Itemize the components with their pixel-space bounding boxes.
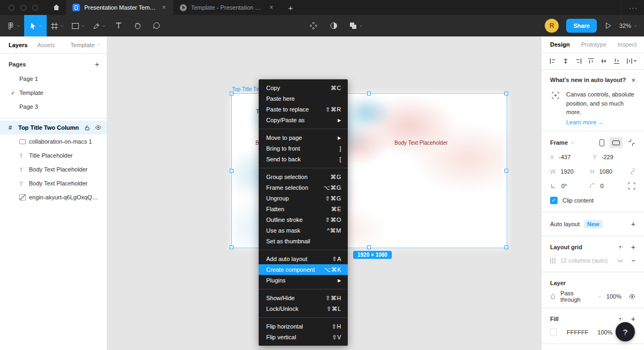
- context-menu-item[interactable]: [259, 250, 348, 250]
- new-tab-button[interactable]: +: [281, 0, 301, 15]
- page-item[interactable]: ✓ Template: [0, 86, 107, 100]
- context-menu-item[interactable]: Send to back [: [259, 154, 348, 165]
- context-menu-item[interactable]: Copy/Paste as ▶: [259, 115, 348, 125]
- landscape-orientation-button[interactable]: [610, 137, 623, 148]
- context-menu-item[interactable]: [259, 289, 348, 289]
- fill-opacity-field[interactable]: 100%: [597, 329, 612, 336]
- align-top-button[interactable]: [587, 57, 595, 65]
- constrain-proportions-icon[interactable]: [630, 168, 635, 175]
- selection-handle[interactable]: [230, 245, 233, 249]
- context-menu-item[interactable]: [259, 168, 348, 168]
- remove-layout-grid-button[interactable]: −: [631, 257, 635, 265]
- page-item[interactable]: ✓ Page 3: [0, 100, 107, 114]
- layer-opacity-field[interactable]: 100%: [606, 293, 621, 300]
- share-button[interactable]: Share: [566, 19, 597, 33]
- layer-item[interactable]: Body Text Placeholder: [0, 176, 107, 190]
- tab-template-presentation[interactable]: Template - Presentation Master Te... ×: [173, 0, 281, 15]
- context-menu-item[interactable]: Copy ⌘C: [259, 83, 348, 93]
- use-as-mask-button[interactable]: [324, 15, 344, 36]
- edit-object-button[interactable]: [303, 15, 324, 36]
- context-menu-item[interactable]: [259, 317, 348, 318]
- independent-corners-icon[interactable]: [628, 182, 635, 190]
- layer-item[interactable]: Top Title Two Column: [0, 121, 107, 135]
- hand-tool-button[interactable]: [128, 15, 147, 36]
- tab-prototype[interactable]: Prototype: [581, 41, 606, 48]
- selection-handle[interactable]: [504, 92, 508, 95]
- selection-handle[interactable]: [367, 92, 371, 95]
- x-position-field[interactable]: X -437: [550, 154, 593, 160]
- selection-handle[interactable]: [504, 169, 508, 173]
- grid-styles-icon[interactable]: [619, 245, 623, 249]
- window-close-button[interactable]: [9, 5, 14, 11]
- tab-assets[interactable]: Assets: [37, 42, 55, 48]
- context-menu-item[interactable]: Use as mask ^⌘M: [259, 225, 348, 236]
- fill-styles-icon[interactable]: [619, 317, 623, 321]
- context-menu-item[interactable]: Plugins ▶: [259, 275, 348, 286]
- shape-tool-button[interactable]: [68, 15, 89, 36]
- tab-presentation-master-template[interactable]: Presentation Master Template ×: [66, 0, 173, 15]
- close-tab-icon[interactable]: ×: [268, 4, 274, 11]
- help-button[interactable]: ?: [616, 322, 635, 341]
- fill-hex-field[interactable]: FFFFFF: [567, 329, 592, 336]
- selection-handle[interactable]: [230, 92, 233, 95]
- layer-item[interactable]: Body Text Placeholder: [0, 162, 107, 176]
- home-button[interactable]: [47, 0, 66, 15]
- context-menu-item[interactable]: Paste here: [259, 93, 348, 104]
- tab-layers[interactable]: Layers: [9, 42, 27, 48]
- layer-item[interactable]: engin-akyurt-q6LgOxqQC8c-...: [0, 190, 107, 204]
- context-menu-item[interactable]: Move to page ▶: [259, 132, 348, 143]
- window-zoom-button[interactable]: [32, 5, 38, 11]
- portrait-orientation-button[interactable]: [599, 139, 604, 146]
- comment-tool-button[interactable]: [147, 15, 166, 36]
- close-tab-icon[interactable]: ×: [161, 4, 167, 11]
- page-picker[interactable]: Template: [70, 42, 100, 48]
- context-menu-item[interactable]: [259, 129, 348, 129]
- selection-handle[interactable]: [504, 245, 508, 249]
- add-layout-grid-button[interactable]: +: [631, 243, 635, 251]
- main-menu-button[interactable]: [0, 15, 24, 36]
- context-menu-item[interactable]: Show/Hide ⇧⌘H: [259, 293, 348, 303]
- context-menu-item[interactable]: Flatten ⌘E: [259, 204, 348, 214]
- close-icon[interactable]: ×: [631, 76, 635, 84]
- avatar[interactable]: R: [545, 19, 559, 33]
- context-menu-item[interactable]: Add auto layout ⇧A: [259, 254, 348, 264]
- context-menu-item[interactable]: Flip horizontal ⇧H: [259, 321, 348, 332]
- add-auto-layout-button[interactable]: +: [631, 220, 635, 228]
- blend-mode-select[interactable]: Pass through: [560, 290, 593, 303]
- window-overflow-menu[interactable]: ···: [621, 0, 638, 15]
- context-menu-item[interactable]: Outline stroke ⇧⌘O: [259, 214, 348, 225]
- move-tool-button[interactable]: [24, 15, 47, 36]
- height-field[interactable]: H 1080: [590, 168, 631, 175]
- context-menu-item[interactable]: Frame selection ⌥⌘G: [259, 182, 348, 193]
- layer-item[interactable]: collaboration-on-macs 1: [0, 135, 107, 148]
- text-tool-button[interactable]: [109, 15, 128, 36]
- context-menu-item[interactable]: Flip vertical ⇧V: [259, 332, 348, 342]
- context-menu-item[interactable]: Set as thumbnail: [259, 236, 348, 247]
- context-menu-item[interactable]: Lock/Unlock ⇧⌘L: [259, 303, 348, 314]
- pen-tool-button[interactable]: [89, 15, 109, 36]
- add-fill-button[interactable]: +: [631, 315, 635, 323]
- eye-icon[interactable]: [95, 124, 101, 131]
- zoom-level-control[interactable]: 32%: [619, 23, 638, 29]
- layout-grid-row[interactable]: 12 columns (auto) −: [550, 254, 635, 267]
- blend-mode-icon[interactable]: [550, 293, 555, 300]
- eye-closed-icon[interactable]: [617, 258, 624, 263]
- frame-type-label[interactable]: Frame: [550, 139, 568, 146]
- boolean-operations-button[interactable]: [344, 15, 368, 36]
- align-vertical-centers-button[interactable]: [600, 57, 608, 65]
- align-bottom-button[interactable]: [613, 57, 620, 65]
- fill-color-swatch[interactable]: [550, 329, 557, 336]
- context-menu-item[interactable]: Group selection ⌘G: [259, 172, 348, 182]
- body-text-right[interactable]: Body Text Placeholder: [394, 140, 448, 146]
- page-item[interactable]: ✓ Page 1: [0, 72, 107, 86]
- tab-design[interactable]: Design: [550, 41, 570, 48]
- y-position-field[interactable]: Y -229: [593, 154, 636, 160]
- corner-radius-field[interactable]: 0: [589, 183, 628, 189]
- rotation-field[interactable]: 0°: [550, 183, 589, 189]
- frame-tool-button[interactable]: [47, 15, 68, 36]
- context-menu-item[interactable]: Bring to front ]: [259, 143, 348, 154]
- context-menu-item[interactable]: Ungroup ⇧⌘G: [259, 193, 348, 204]
- clip-content-checkbox[interactable]: ✓: [550, 197, 558, 204]
- unlock-icon[interactable]: [84, 125, 90, 131]
- tab-inspect[interactable]: Inspect: [618, 41, 636, 48]
